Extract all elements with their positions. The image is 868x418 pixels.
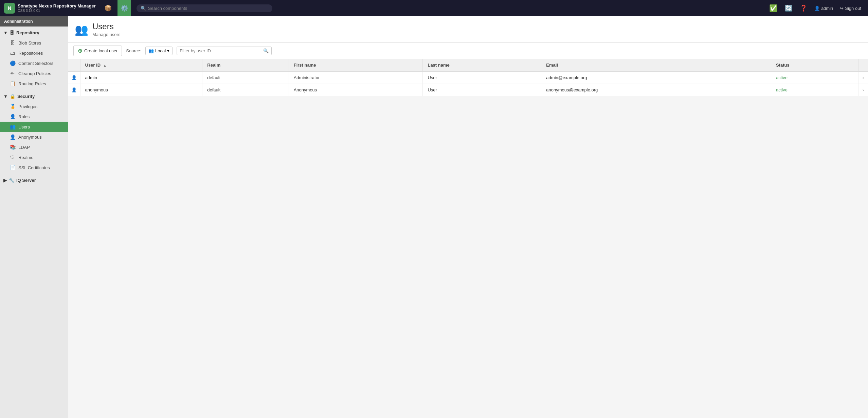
- filter-input[interactable]: [180, 48, 261, 53]
- create-button-label: Create local user: [84, 48, 117, 53]
- page-subtitle: Manage users: [92, 32, 120, 37]
- content-header: 👥 Users Manage users: [68, 16, 868, 43]
- sidebar-section-iq-server: ▶ 🔧 IQ Server: [0, 174, 68, 187]
- content-selectors-icon: 🔵: [10, 60, 16, 66]
- col-realm[interactable]: Realm: [202, 59, 289, 71]
- chevron-down-icon-source: ▾: [167, 48, 169, 53]
- sidebar-item-realms-label: Realms: [18, 155, 33, 160]
- filter-input-container[interactable]: 🔍: [177, 47, 272, 55]
- ssl-icon: 📄: [10, 165, 16, 170]
- security-icon: 🔒: [10, 94, 15, 99]
- app-logo: N Sonatype Nexus Repository Manager OSS …: [4, 3, 96, 14]
- users-table: User ID ▲ Realm First name Last name Ema…: [68, 59, 868, 96]
- sidebar-item-anonymous[interactable]: 👤 Anonymous: [0, 132, 68, 142]
- sidebar-item-ssl-certificates[interactable]: 📄 SSL Certificates: [0, 162, 68, 173]
- col-email-label: Email: [546, 63, 558, 68]
- signout-label: Sign out: [845, 6, 861, 11]
- sidebar-item-users-label: Users: [18, 124, 30, 129]
- sidebar-item-content-selectors[interactable]: 🔵 Content Selectors: [0, 58, 68, 68]
- roles-icon: 👤: [10, 114, 16, 119]
- sidebar-group-iq-server[interactable]: ▶ 🔧 IQ Server: [0, 175, 68, 185]
- cell-status-anonymous: active: [771, 84, 858, 96]
- col-email[interactable]: Email: [541, 59, 771, 71]
- sidebar-item-blob-stores[interactable]: 🗄 Blob Stores: [0, 38, 68, 48]
- sidebar-item-roles[interactable]: 👤 Roles: [0, 111, 68, 122]
- cleanup-policies-icon: ✏: [10, 71, 16, 76]
- users-icon: 👥: [10, 124, 16, 129]
- source-value: Local: [155, 48, 166, 53]
- sidebar-item-roles-label: Roles: [18, 114, 30, 119]
- col-status-label: Status: [776, 63, 790, 68]
- table-header-row: User ID ▲ Realm First name Last name Ema…: [68, 59, 868, 71]
- sidebar-item-realms[interactable]: 🛡 Realms: [0, 152, 68, 162]
- username-label: admin: [821, 6, 833, 11]
- help-button[interactable]: ❓: [797, 0, 810, 16]
- admin-button[interactable]: ⚙️: [117, 0, 131, 16]
- sidebar-group-security-label: Security: [17, 94, 35, 99]
- source-icon: 👥: [148, 48, 154, 53]
- plus-icon: ⊕: [78, 48, 82, 54]
- sidebar-item-cleanup-policies-label: Cleanup Policies: [18, 71, 51, 76]
- sidebar-item-routing-rules-label: Routing Rules: [18, 81, 46, 86]
- sidebar-item-users[interactable]: 👥 Users: [0, 122, 68, 132]
- sidebar-group-security[interactable]: ▼ 🔒 Security: [0, 91, 68, 101]
- content-toolbar: ⊕ Create local user Source: 👥 Local ▾ 🔍: [68, 43, 868, 59]
- signout-button[interactable]: ↪ Sign out: [837, 6, 864, 11]
- signout-icon: ↪: [840, 6, 844, 11]
- main-layout: Administration ▼ 🗄 Repository 🗄 Blob Sto…: [0, 16, 868, 418]
- chevron-right-icon: ▶: [3, 178, 7, 183]
- refresh-button[interactable]: 🔄: [782, 0, 795, 16]
- checkbox-header: [68, 59, 80, 71]
- row-expand-admin[interactable]: ›: [858, 71, 868, 84]
- sidebar-item-anonymous-label: Anonymous: [18, 135, 42, 140]
- sidebar-group-iq-server-label: IQ Server: [16, 178, 36, 183]
- cell-status-admin: active: [771, 71, 858, 84]
- routing-rules-icon: 📋: [10, 81, 16, 86]
- iq-server-icon: 🔧: [9, 178, 14, 183]
- cell-last-name-admin: User: [423, 71, 541, 84]
- realms-icon: 🛡: [10, 155, 16, 160]
- user-row-icon-admin: 👤: [71, 75, 77, 80]
- source-select[interactable]: 👥 Local ▾: [145, 47, 173, 55]
- sidebar-group-repository[interactable]: ▼ 🗄 Repository: [0, 28, 68, 38]
- row-expand-anonymous[interactable]: ›: [858, 84, 868, 96]
- sidebar-item-ssl-certificates-label: SSL Certificates: [18, 165, 50, 170]
- filter-search-icon: 🔍: [263, 48, 269, 53]
- col-first-name-label: First name: [294, 63, 316, 68]
- cell-realm-anonymous: default: [202, 84, 289, 96]
- repositories-icon: 🗃: [10, 50, 16, 56]
- search-box[interactable]: 🔍: [137, 4, 272, 12]
- sidebar-item-ldap[interactable]: 📚 LDAP: [0, 142, 68, 152]
- user-menu[interactable]: 👤 admin: [812, 6, 836, 11]
- col-user-id[interactable]: User ID ▲: [80, 59, 202, 71]
- cell-realm-admin: default: [202, 71, 289, 84]
- sidebar-group-repository-label: Repository: [16, 30, 39, 35]
- sidebar-item-cleanup-policies[interactable]: ✏ Cleanup Policies: [0, 68, 68, 79]
- table-row[interactable]: 👤 anonymous default Anonymous User anony…: [68, 84, 868, 96]
- row-icon-cell-anonymous: 👤: [68, 84, 80, 96]
- privileges-icon: 🏅: [10, 104, 16, 109]
- search-input[interactable]: [148, 6, 268, 11]
- sidebar: Administration ▼ 🗄 Repository 🗄 Blob Sto…: [0, 16, 68, 418]
- browse-button[interactable]: 📦: [101, 0, 115, 16]
- col-first-name[interactable]: First name: [289, 59, 423, 71]
- table-row[interactable]: 👤 admin default Administrator User admin…: [68, 71, 868, 84]
- nav-right: ✅ 🔄 ❓ 👤 admin ↪ Sign out: [767, 0, 864, 16]
- col-last-name[interactable]: Last name: [423, 59, 541, 71]
- blob-stores-icon: 🗄: [10, 40, 16, 46]
- sidebar-item-privileges[interactable]: 🏅 Privileges: [0, 101, 68, 111]
- sidebar-item-routing-rules[interactable]: 📋 Routing Rules: [0, 79, 68, 89]
- sidebar-item-repositories[interactable]: 🗃 Repositories: [0, 48, 68, 58]
- create-local-user-button[interactable]: ⊕ Create local user: [73, 46, 122, 56]
- col-last-name-label: Last name: [428, 63, 449, 68]
- source-label: Source:: [126, 48, 141, 53]
- status-icon[interactable]: ✅: [767, 0, 780, 16]
- user-row-icon-anonymous: 👤: [71, 87, 77, 92]
- cell-user-id-anonymous: anonymous: [80, 84, 202, 96]
- anonymous-icon: 👤: [10, 134, 16, 140]
- cell-email-admin: admin@example.org: [541, 71, 771, 84]
- row-icon-cell-admin: 👤: [68, 71, 80, 84]
- sidebar-section-security: ▼ 🔒 Security 🏅 Privileges 👤 Roles 👥 User…: [0, 90, 68, 174]
- app-subtitle: OSS 3.18.0-01: [18, 9, 96, 13]
- col-status[interactable]: Status: [771, 59, 858, 71]
